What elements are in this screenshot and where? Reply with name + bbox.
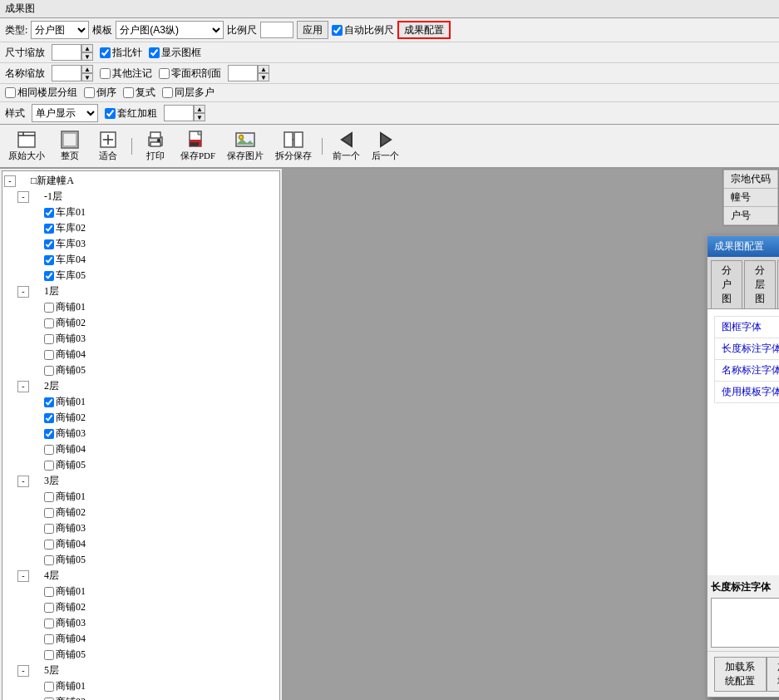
other-note-checkbox[interactable] (100, 68, 111, 79)
tree-item[interactable]: 商铺02 (4, 694, 278, 700)
tree-item[interactable]: -2层 (4, 378, 278, 394)
name-scale-up[interactable]: ▲ (81, 65, 93, 73)
tree-checkbox[interactable] (44, 682, 54, 692)
type-select[interactable]: 分户图 (31, 21, 89, 39)
name-scale-spinner[interactable]: 1.0 ▲ ▼ (52, 65, 93, 81)
tree-item[interactable]: 商铺02 (4, 315, 278, 331)
tree-checkbox[interactable] (44, 239, 54, 249)
tree-item[interactable]: 商铺01 (4, 394, 278, 410)
tree-checkbox[interactable] (44, 429, 54, 439)
tree-checkbox[interactable] (44, 698, 54, 701)
original-size-button[interactable]: 原始大小 (5, 128, 48, 164)
tree-item[interactable]: -5层 (4, 663, 278, 678)
tree-item[interactable]: 商铺05 (4, 362, 278, 378)
show-frame-checkbox[interactable] (149, 47, 160, 58)
tree-expand-btn[interactable]: - (17, 665, 29, 677)
save-image-button[interactable]: 保存图片 (224, 128, 267, 164)
tree-item[interactable]: 车库04 (4, 252, 278, 268)
tree-item[interactable]: 商铺02 (4, 505, 278, 520)
next-button[interactable]: 后一个 (368, 128, 402, 164)
tree-checkbox[interactable] (44, 555, 54, 565)
dialog-tab-fenhut[interactable]: 分户图 (711, 260, 742, 308)
tree-item[interactable]: -1层 (4, 283, 278, 299)
sleeve-red-input[interactable]: 1.0 (164, 105, 194, 121)
load-local-button[interactable]: 加载本地配置 (767, 657, 779, 692)
reverse-checkbox[interactable] (84, 87, 95, 98)
tree-checkbox[interactable] (44, 255, 54, 265)
tree-item[interactable]: 商铺01 (4, 584, 278, 599)
fit-button[interactable]: 适合 (91, 128, 125, 164)
sleeve-red-checkbox[interactable] (105, 108, 116, 119)
name-scale-input[interactable]: 1.0 (52, 65, 81, 81)
tree-item[interactable]: -□新建幢A (4, 173, 278, 189)
dialog-tab-fenceng[interactable]: 分层图 (744, 260, 776, 308)
zero-area-up[interactable]: ▲ (258, 65, 269, 73)
tree-checkbox[interactable] (44, 540, 54, 550)
auto-scale-checkbox[interactable] (332, 25, 343, 36)
tree-checkbox[interactable] (44, 413, 54, 423)
zero-area-input[interactable]: 0.5 (228, 65, 258, 81)
layer-group-checkbox[interactable] (5, 87, 16, 98)
save-pdf-button[interactable]: PDF 保存PDF (177, 128, 219, 164)
tree-checkbox[interactable] (44, 650, 54, 660)
tree-checkbox[interactable] (44, 492, 54, 502)
tree-checkbox[interactable] (44, 524, 54, 534)
tree-item[interactable]: 商铺04 (4, 441, 278, 457)
tree-expand-btn[interactable]: - (17, 286, 29, 298)
tree-item[interactable]: 商铺03 (4, 331, 278, 347)
result-config-button[interactable]: 成果配置 (397, 21, 451, 39)
tree-item[interactable]: 商铺04 (4, 631, 278, 647)
tree-item[interactable]: 商铺03 (4, 520, 278, 536)
print-button[interactable]: 打印 (139, 128, 172, 164)
tree-checkbox[interactable] (44, 224, 54, 234)
tree-item[interactable]: --1层 (4, 189, 278, 205)
tree-item[interactable]: 商铺01 (4, 489, 278, 505)
copy-checkbox[interactable] (123, 87, 134, 98)
tree-checkbox[interactable] (44, 603, 54, 613)
size-scale-input[interactable]: 1.0 (52, 44, 81, 61)
tree-item[interactable]: 车库02 (4, 220, 278, 236)
name-scale-down[interactable]: ▼ (81, 73, 93, 81)
tree-checkbox[interactable] (44, 397, 54, 407)
tree-checkbox[interactable] (44, 461, 54, 471)
tree-item[interactable]: 商铺03 (4, 426, 278, 441)
tree-expand-btn[interactable]: - (17, 381, 29, 392)
tree-expand-btn[interactable]: - (4, 175, 16, 187)
tree-item[interactable]: 车库03 (4, 236, 278, 252)
tree-item[interactable]: 商铺02 (4, 410, 278, 426)
tree-expand-btn[interactable]: - (17, 570, 29, 582)
tree-item[interactable]: 商铺01 (4, 678, 278, 694)
tree-checkbox[interactable] (44, 587, 54, 597)
sleeve-red-spinner[interactable]: 1.0 ▲ ▼ (164, 105, 205, 121)
tree-checkbox[interactable] (44, 334, 54, 344)
tree-checkbox[interactable] (44, 366, 54, 376)
sleeve-red-down[interactable]: ▼ (194, 113, 205, 121)
same-floor-checkbox[interactable] (162, 87, 173, 98)
size-scale-spinner[interactable]: 1.0 ▲ ▼ (52, 44, 93, 61)
template-select[interactable]: 分户图(A3纵) (116, 21, 224, 39)
tree-checkbox[interactable] (44, 303, 54, 313)
zero-area-checkbox[interactable] (159, 68, 170, 79)
size-scale-up[interactable]: ▲ (81, 44, 93, 52)
tree-item[interactable]: -4层 (4, 568, 278, 584)
tree-item[interactable]: 商铺05 (4, 647, 278, 663)
prev-button[interactable]: 前一个 (329, 128, 363, 164)
tree-item[interactable]: -3层 (4, 473, 278, 489)
scale-input[interactable]: 50 (260, 22, 293, 38)
tree-item[interactable]: 商铺03 (4, 615, 278, 631)
tree-item[interactable]: 商铺04 (4, 347, 278, 362)
full-page-button[interactable]: 整页 (53, 128, 86, 164)
zero-area-spinner[interactable]: 0.5 ▲ ▼ (228, 65, 269, 81)
split-save-button[interactable]: 拆分保存 (272, 128, 315, 164)
tree-container[interactable]: -□新建幢A--1层车库01车库02车库03车库04车库05-1层商铺01商铺0… (2, 170, 280, 700)
tree-item[interactable]: 车库05 (4, 268, 278, 283)
tree-checkbox[interactable] (44, 634, 54, 644)
size-scale-down[interactable]: ▼ (81, 52, 93, 61)
apply-button[interactable]: 应用 (297, 21, 328, 39)
zero-area-down[interactable]: ▼ (258, 73, 269, 81)
tree-checkbox[interactable] (44, 318, 54, 328)
crosshair-checkbox[interactable] (100, 47, 111, 58)
tree-item[interactable]: 商铺05 (4, 552, 278, 568)
tree-item[interactable]: 商铺02 (4, 599, 278, 615)
tree-expand-btn[interactable]: - (17, 191, 29, 203)
